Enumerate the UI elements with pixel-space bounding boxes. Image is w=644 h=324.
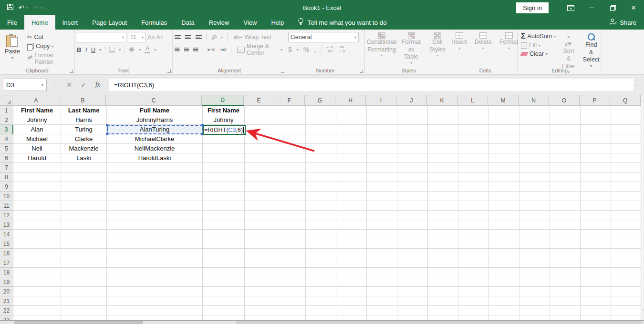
undo-icon[interactable]: ↶ — [19, 4, 24, 11]
cell-J20[interactable] — [397, 287, 428, 296]
cell-N16[interactable] — [519, 249, 550, 258]
cell-G19[interactable] — [306, 277, 336, 287]
align-right-icon[interactable] — [193, 48, 198, 51]
row-header-21[interactable]: 21 — [0, 296, 13, 306]
cell-D5[interactable] — [203, 144, 245, 153]
cell-I3[interactable] — [367, 125, 397, 134]
name-box[interactable]: D3 ▾ — [3, 79, 47, 91]
cell-E16[interactable] — [245, 249, 275, 258]
cell-N21[interactable] — [519, 296, 550, 306]
tab-file[interactable]: File — [0, 15, 24, 30]
top-align-icon[interactable] — [175, 35, 181, 39]
cell-E9[interactable] — [245, 182, 275, 192]
cell-P9[interactable] — [581, 182, 611, 192]
cell-M20[interactable] — [489, 287, 519, 296]
row-header-4[interactable]: 4 — [0, 134, 13, 144]
cell-M16[interactable] — [489, 249, 519, 258]
cell-H10[interactable] — [336, 192, 367, 201]
column-header-E[interactable]: E — [244, 95, 274, 106]
cell-L4[interactable] — [458, 134, 489, 144]
cell-F6[interactable] — [275, 153, 306, 163]
tab-home[interactable]: Home — [24, 15, 55, 30]
cell-G20[interactable] — [306, 287, 336, 296]
cell-G6[interactable] — [306, 153, 336, 163]
cell-A3[interactable]: Alan — [13, 125, 61, 134]
cell-C23[interactable] — [107, 315, 203, 320]
cell-L17[interactable] — [458, 258, 489, 268]
row-header-3[interactable]: 3 — [0, 125, 13, 134]
cell-G23[interactable] — [306, 315, 336, 320]
cell-C15[interactable] — [107, 239, 203, 249]
row-header-7[interactable]: 7 — [0, 163, 13, 172]
cell-B18[interactable] — [61, 268, 107, 277]
cell-O23[interactable] — [550, 315, 581, 320]
cell-Q17[interactable] — [611, 258, 641, 268]
cell-Q12[interactable] — [611, 211, 641, 220]
font-name-combo[interactable]: ▾ — [77, 32, 126, 42]
cell-D16[interactable] — [203, 249, 245, 258]
cell-B17[interactable] — [61, 258, 107, 268]
cell-P6[interactable] — [581, 153, 611, 163]
cell-B23[interactable] — [61, 315, 107, 320]
cell-B15[interactable] — [61, 239, 107, 249]
row-header-22[interactable]: 22 — [0, 306, 13, 315]
cell-H15[interactable] — [336, 239, 367, 249]
cell-O7[interactable] — [550, 163, 581, 172]
column-header-P[interactable]: P — [580, 95, 610, 106]
cell-L23[interactable] — [458, 315, 489, 320]
cell-L13[interactable] — [458, 220, 489, 230]
cell-N1[interactable] — [519, 106, 550, 115]
cell-N12[interactable] — [519, 211, 550, 220]
cell-K23[interactable] — [428, 315, 458, 320]
cell-C13[interactable] — [107, 220, 203, 230]
cell-P4[interactable] — [581, 134, 611, 144]
cell-G22[interactable] — [306, 306, 336, 315]
cell-Q14[interactable] — [611, 230, 641, 239]
cell-N2[interactable] — [519, 115, 550, 125]
cell-I19[interactable] — [367, 277, 397, 287]
cell-L10[interactable] — [458, 192, 489, 201]
cell-L11[interactable] — [458, 201, 489, 211]
cell-B22[interactable] — [61, 306, 107, 315]
insert-function-button[interactable]: fx — [91, 79, 105, 91]
cell-N20[interactable] — [519, 287, 550, 296]
cell-F20[interactable] — [275, 287, 306, 296]
cell-K20[interactable] — [428, 287, 458, 296]
column-header-O[interactable]: O — [549, 95, 580, 106]
cell-N3[interactable] — [519, 125, 550, 134]
italic-button[interactable]: I — [85, 46, 87, 53]
cell-B1[interactable]: Last Name — [61, 106, 107, 115]
align-center-icon[interactable] — [184, 48, 189, 51]
cell-B10[interactable] — [61, 192, 107, 201]
tab-formulas[interactable]: Formulas — [134, 15, 174, 30]
cell-P18[interactable] — [581, 268, 611, 277]
cell-P16[interactable] — [581, 249, 611, 258]
cell-K19[interactable] — [428, 277, 458, 287]
cell-J15[interactable] — [397, 239, 428, 249]
cell-C7[interactable] — [107, 163, 203, 172]
cell-H9[interactable] — [336, 182, 367, 192]
cell-B13[interactable] — [61, 220, 107, 230]
cell-N9[interactable] — [519, 182, 550, 192]
cell-F22[interactable] — [275, 306, 306, 315]
cell-P3[interactable] — [581, 125, 611, 134]
cell-P17[interactable] — [581, 258, 611, 268]
cell-P7[interactable] — [581, 163, 611, 172]
cell-G16[interactable] — [306, 249, 336, 258]
cell-O21[interactable] — [550, 296, 581, 306]
cell-O13[interactable] — [550, 220, 581, 230]
cell-K4[interactable] — [428, 134, 458, 144]
cell-O2[interactable] — [550, 115, 581, 125]
cell-M23[interactable] — [489, 315, 519, 320]
cell-I9[interactable] — [367, 182, 397, 192]
cell-G21[interactable] — [306, 296, 336, 306]
cell-M8[interactable] — [489, 172, 519, 182]
cell-Q22[interactable] — [611, 306, 641, 315]
cell-J16[interactable] — [397, 249, 428, 258]
cell-Q1[interactable] — [611, 106, 641, 115]
cell-F12[interactable] — [275, 211, 306, 220]
row-header-12[interactable]: 12 — [0, 211, 13, 220]
cell-D7[interactable] — [203, 163, 245, 172]
column-header-C[interactable]: C — [106, 95, 202, 106]
cell-I16[interactable] — [367, 249, 397, 258]
